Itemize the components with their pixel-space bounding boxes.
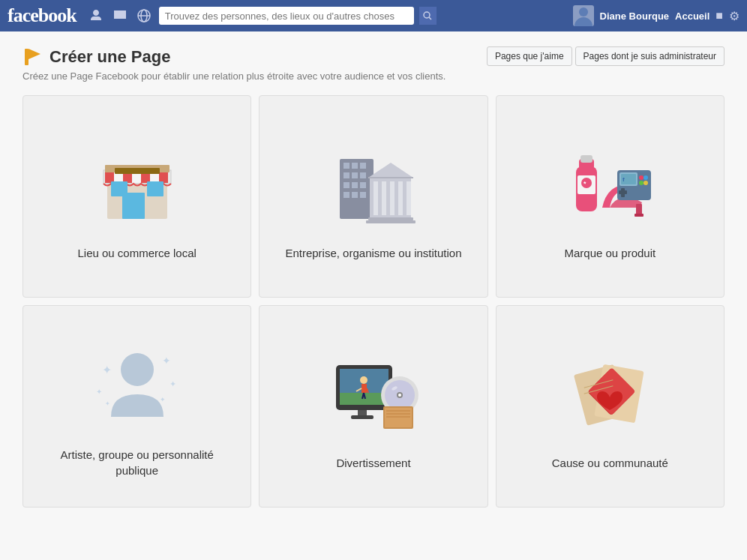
svg-rect-27 xyxy=(360,163,366,169)
svg-rect-25 xyxy=(344,163,350,169)
svg-text:✦: ✦ xyxy=(96,388,102,396)
card-entertainment-label: Divertissement xyxy=(336,455,410,471)
svg-rect-42 xyxy=(406,181,411,215)
svg-text:f: f xyxy=(622,176,625,183)
svg-rect-64 xyxy=(619,190,627,194)
username-label[interactable]: Diane Bourque xyxy=(600,10,669,22)
card-brand-icon: * f xyxy=(554,133,666,230)
svg-point-5 xyxy=(579,7,588,16)
svg-rect-45 xyxy=(368,217,413,220)
card-business-icon xyxy=(317,133,430,230)
svg-point-87 xyxy=(398,394,401,397)
svg-rect-33 xyxy=(360,182,366,188)
page-title-icon xyxy=(22,46,44,67)
card-cause-icon xyxy=(554,343,666,440)
svg-rect-77 xyxy=(362,384,367,393)
svg-rect-38 xyxy=(374,181,378,215)
liked-pages-button[interactable]: Pages que j'aime xyxy=(487,46,572,66)
svg-rect-49 xyxy=(580,155,592,163)
svg-rect-29 xyxy=(352,172,358,178)
svg-point-65 xyxy=(121,353,154,386)
svg-text:✦: ✦ xyxy=(170,379,176,388)
navbar: facebook Diane Bourque Accueil ■ ⚙ xyxy=(0,0,747,31)
svg-rect-23 xyxy=(115,168,160,174)
svg-text:✦: ✦ xyxy=(160,396,166,403)
page-header: Créer une Page Créez une Page Facebook p… xyxy=(22,46,724,82)
card-artist-label: Artiste, groupe ou personnalité publique xyxy=(38,447,236,478)
card-business-label: Entreprise, organisme ou institution xyxy=(285,245,461,261)
svg-point-61 xyxy=(639,181,644,185)
card-entertainment[interactable]: Divertissement xyxy=(259,305,488,508)
messages-icon[interactable] xyxy=(111,7,129,25)
svg-rect-36 xyxy=(360,192,366,198)
svg-rect-30 xyxy=(360,172,366,178)
home-link[interactable]: Accueil xyxy=(675,10,710,22)
lock-icon[interactable]: ■ xyxy=(716,9,723,22)
search-button[interactable] xyxy=(418,7,436,25)
svg-rect-35 xyxy=(352,192,358,198)
card-business[interactable]: Entreprise, organisme ou institution xyxy=(259,95,488,298)
svg-rect-34 xyxy=(344,192,350,198)
svg-rect-31 xyxy=(344,182,350,188)
card-local-label: Lieu ou commerce local xyxy=(77,245,196,261)
card-artist-icon: ✦ ✦ ✦ ✦ ✦ ✦ xyxy=(81,334,194,432)
svg-text:*: * xyxy=(584,180,586,187)
svg-point-59 xyxy=(639,175,644,180)
svg-point-60 xyxy=(644,175,648,180)
svg-marker-43 xyxy=(368,163,413,178)
svg-point-3 xyxy=(424,12,430,18)
svg-point-76 xyxy=(360,376,368,384)
svg-rect-46 xyxy=(366,220,416,223)
card-local-icon xyxy=(81,133,194,230)
facebook-logo[interactable]: facebook xyxy=(8,4,76,27)
cards-grid: Lieu ou commerce local xyxy=(22,95,724,508)
svg-rect-19 xyxy=(111,181,128,196)
admin-pages-button[interactable]: Pages dont je suis administrateur xyxy=(575,46,724,66)
avatar xyxy=(573,5,594,26)
page-subtitle: Créez une Page Facebook pour établir une… xyxy=(22,70,446,82)
page-title: Créer une Page xyxy=(22,46,446,67)
svg-text:✦: ✦ xyxy=(105,400,110,407)
card-entertainment-icon xyxy=(317,343,430,440)
page-title-section: Créer une Page Créez une Page Facebook p… xyxy=(22,46,446,82)
svg-rect-20 xyxy=(147,181,164,196)
svg-point-62 xyxy=(644,181,648,185)
settings-icon[interactable]: ⚙ xyxy=(729,9,740,23)
card-brand[interactable]: * f xyxy=(496,95,724,298)
header-buttons: Pages que j'aime Pages dont je suis admi… xyxy=(487,46,724,66)
svg-marker-7 xyxy=(28,49,40,59)
svg-rect-17 xyxy=(159,171,168,183)
svg-rect-82 xyxy=(358,410,367,416)
svg-text:✦: ✦ xyxy=(102,364,112,376)
svg-rect-26 xyxy=(352,163,358,169)
card-cause-label: Cause ou communauté xyxy=(552,455,668,471)
svg-line-4 xyxy=(429,17,431,19)
svg-rect-28 xyxy=(344,172,350,178)
svg-rect-41 xyxy=(398,181,403,215)
svg-rect-39 xyxy=(382,181,386,215)
svg-rect-83 xyxy=(351,415,374,419)
svg-rect-21 xyxy=(124,194,144,219)
card-artist[interactable]: ✦ ✦ ✦ ✦ ✦ ✦ Artiste, groupe ou personnal… xyxy=(22,305,251,508)
globe-icon[interactable] xyxy=(135,7,153,25)
svg-rect-53 xyxy=(636,204,642,215)
svg-rect-32 xyxy=(352,182,358,188)
main-content: Créer une Page Créez une Page Facebook p… xyxy=(0,31,747,560)
search-input[interactable] xyxy=(159,7,414,25)
svg-rect-54 xyxy=(634,214,644,217)
svg-text:✦: ✦ xyxy=(162,355,171,367)
card-cause[interactable]: Cause ou communauté xyxy=(496,305,724,508)
card-local[interactable]: Lieu ou commerce local xyxy=(22,95,251,298)
navbar-right: Diane Bourque Accueil ■ ⚙ xyxy=(573,5,740,26)
card-brand-label: Marque ou produit xyxy=(564,245,656,261)
svg-rect-6 xyxy=(25,49,28,65)
svg-rect-40 xyxy=(390,181,394,215)
friends-icon[interactable] xyxy=(87,7,105,25)
svg-rect-11 xyxy=(105,171,114,183)
